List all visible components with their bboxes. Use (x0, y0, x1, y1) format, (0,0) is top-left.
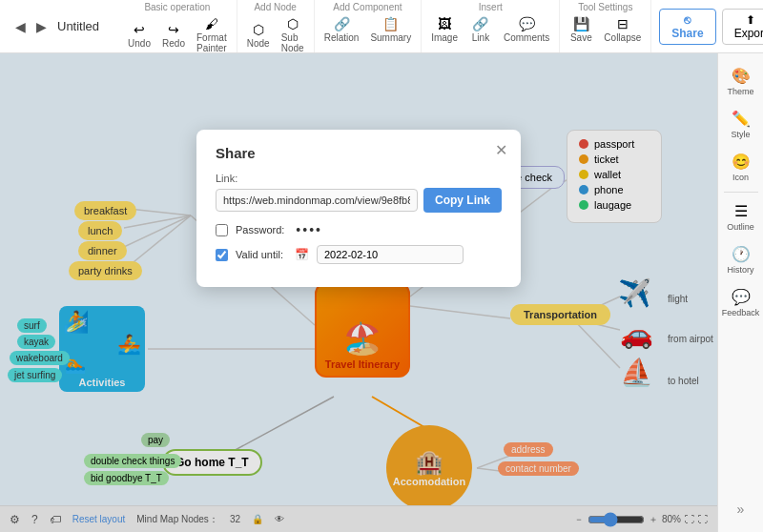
node-button[interactable]: ⬡Node (243, 20, 274, 51)
export-icon: ⬆ (746, 13, 755, 27)
summary-button[interactable]: 📋Summary (366, 14, 415, 45)
feedback-panel-btn[interactable]: 💬 Feedback (720, 282, 762, 323)
feedback-label: Feedback (722, 308, 760, 317)
valid-date-input[interactable] (317, 245, 464, 264)
calendar-icon: 📅 (295, 248, 309, 261)
group-add-component: Add Component 🔗Relation 📋Summary (315, 0, 423, 52)
app-nav: ◀ ▶ (11, 18, 50, 35)
dialog-title: Share (216, 145, 502, 161)
main-area: breakfast lunch dinner party drinks 🏄 🚣 … (0, 53, 763, 532)
copy-link-button[interactable]: Copy Link (423, 188, 502, 213)
link-input[interactable] (216, 189, 418, 212)
password-row: Password: •••• (216, 222, 502, 237)
share-button[interactable]: ⎋ Share (659, 9, 715, 45)
group-tool-settings: Tool Settings 💾Save ⊟Collapse (560, 0, 651, 52)
dialog-overlay: Share ✕ Link: Copy Link Password: •••• V… (0, 53, 717, 532)
icon-icon: 😊 (732, 153, 751, 171)
share-icon: ⎋ (684, 13, 691, 27)
icon-label: Icon (732, 173, 749, 182)
valid-checkbox[interactable] (216, 249, 228, 261)
toolbar-groups: Basic operation ↩Undo ↪Redo 🖌Format Pain… (118, 0, 651, 52)
theme-label: Theme (727, 87, 753, 96)
right-panel: 🎨 Theme ✏️ Style 😊 Icon ☰ Outline 🕐 Hist… (717, 53, 763, 532)
image-button[interactable]: 🖼Image (427, 14, 462, 45)
save-button[interactable]: 💾Save (566, 14, 596, 45)
dialog-close-button[interactable]: ✕ (495, 141, 507, 159)
password-dots: •••• (296, 222, 322, 237)
collapse-button[interactable]: ⊟Collapse (600, 14, 645, 45)
panel-divider (724, 192, 758, 193)
group-add-node: Add Node ⬡Node ⬡Sub Node (237, 0, 315, 52)
group-addnode-label: Add Node (254, 2, 296, 12)
group-basic-label: Basic operation (144, 2, 210, 12)
format-painter-button[interactable]: 🖌Format Painter (193, 14, 231, 55)
icon-panel-btn[interactable]: 😊 Icon (720, 147, 762, 188)
link-row: Copy Link (216, 188, 502, 213)
history-panel-btn[interactable]: 🕐 History (720, 239, 762, 280)
group-toolsettings-label: Tool Settings (578, 2, 632, 12)
group-insert-label: Insert (479, 2, 503, 12)
chevron-right-icon: » (737, 501, 745, 517)
toolbar-right: ⎋ Share ⬆ Export (651, 0, 763, 52)
style-label: Style (731, 130, 750, 139)
panel-collapse-btn[interactable]: » (737, 501, 745, 524)
nav-back[interactable]: ◀ (11, 18, 29, 35)
style-panel-btn[interactable]: ✏️ Style (720, 104, 762, 145)
password-checkbox[interactable] (216, 224, 228, 236)
link-button[interactable]: 🔗Link (465, 14, 496, 45)
theme-icon: 🎨 (732, 67, 751, 85)
relation-button[interactable]: 🔗Relation (320, 14, 363, 45)
history-label: History (727, 265, 753, 275)
valid-label: Valid until: (236, 249, 283, 260)
outline-icon: ☰ (734, 202, 748, 220)
sub-node-button[interactable]: ⬡Sub Node (278, 14, 308, 55)
feedback-icon: 💬 (732, 288, 751, 306)
share-dialog: Share ✕ Link: Copy Link Password: •••• V… (196, 130, 521, 287)
toolbar: ◀ ▶ Untitled Basic operation ↩Undo ↪Redo… (0, 0, 763, 53)
group-insert: Insert 🖼Image 🔗Link 💬Comments (422, 0, 560, 52)
theme-panel-btn[interactable]: 🎨 Theme (720, 61, 762, 102)
outline-panel-btn[interactable]: ☰ Outline (720, 196, 762, 237)
style-icon: ✏️ (732, 110, 751, 128)
comments-button[interactable]: 💬Comments (500, 14, 553, 45)
password-label: Password: (236, 224, 284, 235)
app-title: Untitled (57, 19, 99, 33)
valid-row: Valid until: 📅 (216, 245, 502, 264)
canvas[interactable]: breakfast lunch dinner party drinks 🏄 🚣 … (0, 53, 717, 532)
outline-label: Outline (727, 222, 754, 232)
export-button[interactable]: ⬆ Export (722, 9, 763, 45)
nav-forward[interactable]: ▶ (32, 18, 50, 35)
history-icon: 🕐 (732, 245, 751, 263)
undo-button[interactable]: ↩Undo (124, 20, 155, 51)
link-label: Link: (216, 173, 502, 184)
group-basic-operation: Basic operation ↩Undo ↪Redo 🖌Format Pain… (118, 0, 237, 52)
redo-button[interactable]: ↪Redo (158, 20, 189, 51)
group-addcomponent-label: Add Component (333, 2, 402, 12)
